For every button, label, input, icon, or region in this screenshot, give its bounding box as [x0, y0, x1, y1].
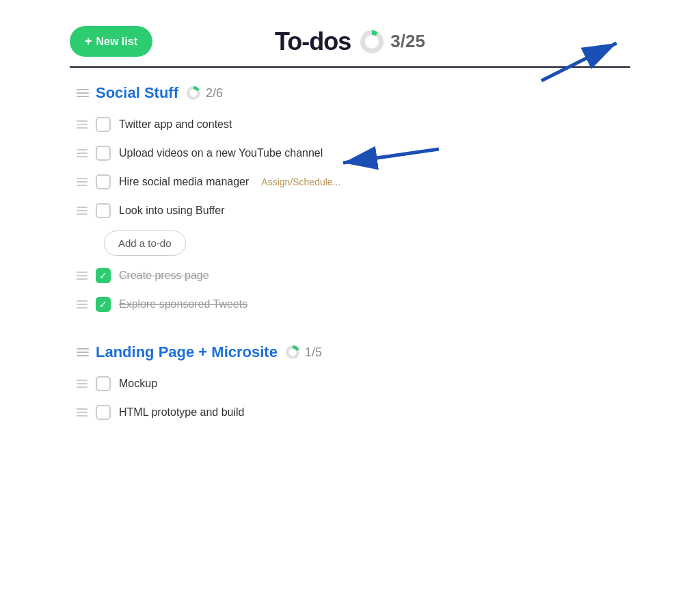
page-title: To-dos [275, 27, 351, 56]
todo-item: Twitter app and contest [70, 110, 630, 139]
todo-drag-handle[interactable] [77, 300, 88, 308]
page-wrapper: + New list To-dos 3/25 [42, 0, 658, 465]
todo-text: Mockup [119, 378, 157, 390]
todo-drag-handle[interactable] [77, 380, 88, 388]
todo-text: Hire social media manager [119, 176, 249, 188]
plus-icon: + [85, 34, 92, 49]
list-progress-landing-page: 1/5 [284, 344, 322, 360]
todo-item: HTML prototype and build [70, 398, 630, 427]
svg-point-1 [365, 35, 379, 49]
todo-checkbox[interactable] [96, 174, 111, 189]
assign-schedule-link[interactable]: Assign/Schedule... [261, 176, 340, 187]
todo-checkbox[interactable] [96, 376, 111, 391]
total-pie-chart [359, 29, 385, 55]
header: + New list To-dos 3/25 [70, 14, 630, 66]
total-progress-text: 3/25 [390, 31, 425, 52]
header-divider [70, 66, 630, 68]
list-progress-social-stuff: 2/6 [185, 85, 223, 101]
todo-text: HTML prototype and build [119, 406, 245, 419]
svg-point-7 [190, 90, 198, 97]
list-header-landing-page: Landing Page + Microsite 1/5 [70, 343, 630, 361]
todo-item: Upload videos on a new YouTube channel [70, 139, 630, 168]
todo-drag-handle[interactable] [77, 120, 88, 129]
todo-drag-handle[interactable] [77, 272, 88, 280]
todo-checkbox-checked[interactable]: ✓ [96, 268, 111, 283]
todo-item-completed: ✓ Explore sponsored Tweets [70, 290, 630, 319]
todo-checkbox-checked[interactable]: ✓ [96, 297, 111, 312]
todo-list-social-stuff: Twitter app and contest Upload videos on… [70, 110, 630, 319]
new-list-label: New list [96, 36, 137, 48]
list-header-social-stuff: Social Stuff 2/6 [70, 84, 630, 102]
todo-checkbox[interactable] [96, 146, 111, 161]
todo-text: Upload videos on a new YouTube channel [119, 147, 323, 159]
todo-text: Twitter app and contest [119, 118, 232, 131]
list-title-landing-page[interactable]: Landing Page + Microsite [96, 343, 278, 361]
todo-drag-handle[interactable] [77, 149, 88, 157]
todo-item: Hire social media manager Assign/Schedul… [70, 168, 630, 196]
new-list-button[interactable]: + New list [70, 26, 152, 57]
list-section-social-stuff: Social Stuff 2/6 Twitter [70, 84, 630, 319]
list-progress-text-social-stuff: 2/6 [206, 86, 223, 101]
todo-drag-handle[interactable] [77, 408, 88, 417]
todo-text-done: Explore sponsored Tweets [119, 298, 247, 311]
todo-item: Mockup [70, 369, 630, 398]
list-pie-social-stuff [185, 85, 202, 101]
todo-item: Look into using Buffer [70, 196, 630, 225]
add-todo-button[interactable]: Add a to-do [104, 230, 186, 256]
header-center: To-dos 3/25 [275, 27, 425, 56]
todo-list-landing-page: Mockup HTML prototype and build [70, 369, 630, 427]
todo-item-completed: ✓ Create press page [70, 261, 630, 290]
list-title-social-stuff[interactable]: Social Stuff [96, 84, 178, 102]
total-progress-group: 3/25 [359, 29, 425, 55]
todo-checkbox[interactable] [96, 405, 111, 420]
todo-drag-handle[interactable] [77, 178, 88, 186]
todo-checkbox[interactable] [96, 117, 111, 132]
todo-checkbox[interactable] [96, 203, 111, 218]
svg-point-9 [288, 349, 296, 356]
todo-text: Look into using Buffer [119, 205, 224, 217]
list-pie-landing-page [284, 344, 301, 360]
list-section-landing-page: Landing Page + Microsite 1/5 Mo [70, 343, 630, 427]
list-progress-text-landing-page: 1/5 [305, 345, 322, 360]
lists-container: Social Stuff 2/6 Twitter [70, 84, 630, 427]
todo-drag-handle[interactable] [77, 207, 88, 215]
todo-text-done: Create press page [119, 269, 209, 282]
drag-handle-social-stuff[interactable] [77, 89, 89, 97]
drag-handle-landing-page[interactable] [77, 348, 89, 356]
